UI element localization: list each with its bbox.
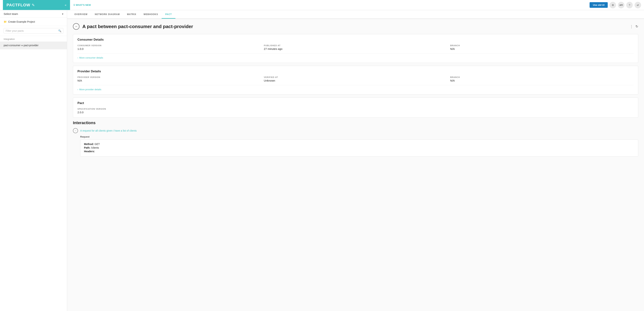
chevron-down-icon: ▾ bbox=[62, 12, 63, 15]
nav-tabs: OVERVIEW NETWORK DIAGRAM MATRIX WEBHOOKS… bbox=[67, 10, 644, 19]
more-provider-details-label: More provider details bbox=[79, 88, 101, 91]
logo-text: PACTFLOW bbox=[6, 3, 30, 7]
spec-version-value: 2.0.0 bbox=[78, 111, 634, 114]
spec-version-field: SPECIFICATION VERSION 2.0.0 bbox=[78, 108, 634, 114]
consumer-version-label: CONSUMER VERSION bbox=[78, 44, 261, 46]
tab-network-diagram[interactable]: NETWORK DIAGRAM bbox=[91, 10, 123, 19]
pact-section-title: Pact bbox=[78, 101, 634, 105]
pact-list-item[interactable]: pact-consumer ∞ pact-provider bbox=[0, 41, 67, 49]
pact-item-text: pact-consumer ∞ pact-provider bbox=[4, 44, 38, 47]
pact-title: A pact between pact-consumer and pact-pr… bbox=[82, 24, 627, 29]
consumer-details-grid: CONSUMER VERSION 1.0.0 PUBLISHED AT 27 m… bbox=[78, 44, 634, 50]
consumer-details-title: Consumer Details bbox=[78, 38, 634, 41]
published-at-field: PUBLISHED AT 27 minutes ago bbox=[264, 44, 447, 50]
spec-version-label: SPECIFICATION VERSION bbox=[78, 108, 634, 110]
search-icon[interactable]: 🔍 bbox=[58, 29, 61, 32]
chevron-right-icon-2: › bbox=[78, 88, 78, 91]
logo-icon: ✎ bbox=[32, 3, 35, 7]
sidebar: Select team ▾ 📁 Create Example Project 🔍… bbox=[0, 10, 67, 311]
pact-header-actions: ⋮ ↻ bbox=[630, 24, 638, 29]
topbar: PACTFLOW ✎ « ℹ WHAT'S NEW Use old UI ⚙ A… bbox=[0, 0, 644, 10]
use-old-ui-button[interactable]: Use old UI bbox=[590, 2, 608, 8]
api-button[interactable]: API bbox=[618, 2, 624, 8]
help-icon: ? bbox=[629, 4, 630, 6]
more-consumer-details-label: More consumer details bbox=[79, 56, 103, 59]
provider-details-title: Provider Details bbox=[78, 70, 634, 73]
interaction-item: − A request for all clients given i have… bbox=[73, 128, 638, 133]
more-consumer-details-link[interactable]: › More consumer details bbox=[78, 56, 634, 59]
interactions-title: Interactions bbox=[73, 120, 638, 125]
topbar-actions: Use old UI ⚙ API ? ⇄ bbox=[590, 2, 641, 8]
collapse-button[interactable]: « bbox=[65, 3, 66, 7]
main-layout: Select team ▾ 📁 Create Example Project 🔍… bbox=[0, 10, 644, 311]
more-provider-details-link[interactable]: › More provider details bbox=[78, 88, 634, 91]
tab-webhooks[interactable]: WEBHOOKS bbox=[140, 10, 162, 19]
tab-pact[interactable]: PACT bbox=[162, 10, 176, 19]
pact-status-icon: − bbox=[73, 23, 80, 30]
request-box: Method: GET Path: /clients Headers: bbox=[80, 140, 638, 157]
consumer-branch-field: BRANCH N/A bbox=[450, 44, 634, 50]
interaction-status-icon: − bbox=[73, 128, 78, 133]
provider-version-label: PROVIDER VERSION bbox=[78, 76, 261, 78]
settings-button[interactable]: ⚙ bbox=[610, 2, 616, 8]
refresh-icon[interactable]: ↻ bbox=[636, 24, 638, 28]
request-section: Request Method: GET Path: /clients Heade… bbox=[73, 135, 638, 157]
minus-circle-icon: − bbox=[75, 25, 77, 28]
request-method-value: GET bbox=[94, 143, 100, 146]
whats-new-label: WHAT'S NEW bbox=[76, 4, 91, 6]
request-path-line: Path: /clients bbox=[84, 146, 634, 149]
select-team-dropdown[interactable]: Select team ▾ bbox=[4, 12, 63, 15]
provider-branch-field: BRANCH N/A bbox=[450, 76, 634, 82]
request-method-key: Method: bbox=[84, 143, 94, 146]
provider-details-card: Provider Details PROVIDER VERSION N/A VE… bbox=[73, 66, 638, 95]
settings-icon: ⚙ bbox=[612, 4, 614, 6]
select-team-section: Select team ▾ bbox=[0, 10, 67, 18]
minus-icon: − bbox=[75, 129, 76, 132]
api-icon: API bbox=[620, 4, 623, 6]
create-example-button[interactable]: 📁 Create Example Project bbox=[0, 18, 67, 26]
consumer-details-card: Consumer Details CONSUMER VERSION 1.0.0 … bbox=[73, 34, 638, 63]
request-method-line: Method: GET bbox=[84, 143, 634, 146]
filter-input-wrap: 🔍 bbox=[4, 28, 63, 33]
user-button[interactable]: ⇄ bbox=[634, 2, 641, 8]
verified-at-field: VERIFIED AT Unknown bbox=[264, 76, 447, 82]
request-label: Request bbox=[80, 135, 638, 138]
tab-matrix[interactable]: MATRIX bbox=[123, 10, 140, 19]
request-path-value: /clients bbox=[91, 146, 99, 149]
more-options-icon[interactable]: ⋮ bbox=[630, 24, 633, 29]
consumer-version-field: CONSUMER VERSION 1.0.0 bbox=[78, 44, 261, 50]
published-at-value: 27 minutes ago bbox=[264, 47, 447, 50]
interactions-section: Interactions − A request for all clients… bbox=[73, 120, 638, 157]
topbar-nav: ℹ WHAT'S NEW bbox=[70, 4, 590, 6]
content-body: − A pact between pact-consumer and pact-… bbox=[67, 19, 644, 311]
whats-new-link[interactable]: ℹ WHAT'S NEW bbox=[74, 4, 91, 6]
pact-section-card: Pact SPECIFICATION VERSION 2.0.0 bbox=[73, 97, 638, 118]
help-button[interactable]: ? bbox=[626, 2, 633, 8]
request-path-key: Path: bbox=[84, 146, 90, 149]
request-headers-line: Headers: bbox=[84, 150, 634, 153]
folder-icon: 📁 bbox=[4, 20, 7, 23]
verified-at-value: Unknown bbox=[264, 79, 447, 82]
provider-branch-value: N/A bbox=[450, 79, 634, 82]
select-team-label: Select team bbox=[4, 12, 18, 15]
request-headers-key: Headers: bbox=[84, 150, 95, 153]
provider-details-grid: PROVIDER VERSION N/A VERIFIED AT Unknown… bbox=[78, 76, 634, 82]
interaction-link[interactable]: A request for all clients given i have a… bbox=[80, 129, 136, 132]
content-area: OVERVIEW NETWORK DIAGRAM MATRIX WEBHOOKS… bbox=[67, 10, 644, 311]
filter-input[interactable] bbox=[6, 29, 58, 32]
chevron-right-icon: › bbox=[78, 56, 78, 59]
verified-at-label: VERIFIED AT bbox=[264, 76, 447, 78]
logo: PACTFLOW ✎ bbox=[6, 3, 35, 7]
tab-overview[interactable]: OVERVIEW bbox=[71, 10, 91, 19]
integration-label: Integration bbox=[0, 36, 67, 41]
consumer-branch-value: N/A bbox=[450, 47, 634, 50]
provider-version-field: PROVIDER VERSION N/A bbox=[78, 76, 261, 82]
create-example-label: Create Example Project bbox=[8, 20, 35, 23]
pact-header: − A pact between pact-consumer and pact-… bbox=[73, 23, 638, 30]
whats-new-icon: ℹ bbox=[74, 4, 74, 6]
consumer-branch-label: BRANCH bbox=[450, 44, 634, 46]
provider-branch-label: BRANCH bbox=[450, 76, 634, 78]
topbar-brand: PACTFLOW ✎ « bbox=[3, 0, 70, 10]
provider-version-value: N/A bbox=[78, 79, 261, 82]
filter-section: 🔍 bbox=[0, 26, 67, 36]
